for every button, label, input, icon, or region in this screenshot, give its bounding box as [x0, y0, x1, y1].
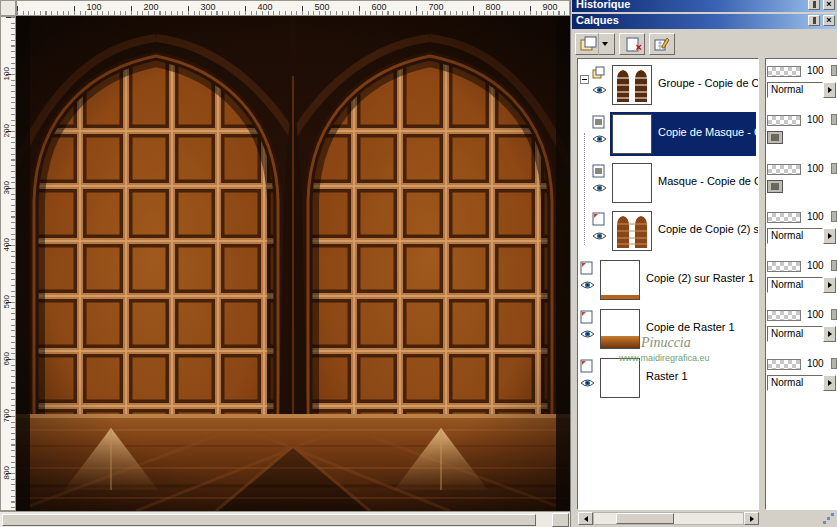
visibility-eye-icon[interactable]	[592, 183, 608, 194]
layer-row[interactable]: Groupe - Copie de Copie	[578, 63, 758, 109]
opacity-blend-column: 100 Normal 100 100 100 No	[765, 58, 837, 510]
blend-mode-field[interactable]: Normal	[767, 277, 823, 293]
ruler-label: 100	[2, 71, 11, 81]
layer-opacity-row: 100 Normal	[766, 307, 837, 353]
layer-thumbnail[interactable]	[600, 309, 640, 349]
ruler-label: 500	[311, 2, 333, 12]
scroll-left-button[interactable]	[578, 512, 593, 525]
blend-dropdown-arrow-icon[interactable]	[823, 326, 836, 342]
link-icon[interactable]	[831, 260, 837, 271]
layer-label: Copie de Masque - G	[658, 126, 759, 138]
link-icon[interactable]	[831, 309, 837, 320]
link-icon[interactable]	[831, 163, 837, 174]
watermark-signature: Pinuccia	[641, 335, 691, 351]
watermark-url: www.maidiregrafica.eu	[619, 353, 710, 363]
layer-thumbnail[interactable]	[600, 358, 640, 398]
link-icon[interactable]	[831, 211, 837, 222]
blend-dropdown-arrow-icon[interactable]	[823, 375, 836, 391]
visibility-eye-icon[interactable]	[580, 280, 596, 291]
layer-row[interactable]: Copie de Copie (2) s	[578, 209, 758, 255]
layer-thumbnail[interactable]	[612, 163, 652, 203]
blend-mode-field[interactable]: Normal	[767, 375, 823, 391]
blend-dropdown-arrow-icon[interactable]	[823, 277, 836, 293]
psp-window: 100 200 300 400 500 600 700 800 900 100 …	[0, 0, 837, 527]
opacity-slider[interactable]	[767, 66, 801, 77]
close-icon[interactable]: ×	[823, 15, 835, 26]
new-layer-button[interactable]	[575, 33, 615, 55]
blend-mode-field[interactable]: Normal	[767, 326, 823, 342]
layer-label: Copie de Copie (2) s	[658, 223, 759, 235]
pin-icon[interactable]	[808, 15, 820, 26]
opacity-slider[interactable]	[767, 261, 801, 272]
layer-row[interactable]: Masque - Copie de C	[578, 161, 758, 207]
ruler-label: 400	[254, 2, 276, 12]
blend-dropdown-arrow-icon[interactable]	[823, 82, 836, 98]
horizontal-ruler: 100 200 300 400 500 600 700 800 900	[16, 0, 570, 16]
layer-thumbnail[interactable]	[612, 211, 652, 251]
historique-title: Historique	[576, 0, 630, 10]
opacity-value: 100	[807, 163, 824, 174]
layer-label: Copie (2) sur Raster 1	[646, 272, 754, 284]
layer-opacity-row: 100 Normal	[766, 63, 837, 109]
historique-palette-titlebar[interactable]: Historique ×	[572, 0, 837, 12]
dropdown-arrow-icon[interactable]	[598, 33, 611, 55]
opacity-slider[interactable]	[767, 115, 801, 126]
layer-label: Raster 1	[646, 370, 688, 382]
blend-mode-field[interactable]: Normal	[767, 82, 823, 98]
edit-layer-button[interactable]	[649, 33, 675, 55]
ruler-label: 200	[2, 128, 11, 138]
layer-mask-icon	[592, 115, 606, 129]
panel-horizontal-scrollbar[interactable]	[572, 510, 837, 527]
ruler-label: 300	[197, 2, 219, 12]
close-icon[interactable]: ×	[823, 0, 835, 10]
gothic-arches-artwork	[16, 16, 570, 511]
layer-row[interactable]: Copie (2) sur Raster 1	[578, 258, 758, 304]
canvas-image[interactable]	[16, 16, 570, 511]
canvas-horizontal-scrollbar[interactable]	[0, 511, 570, 527]
layer-label: Groupe - Copie de Copie	[658, 77, 759, 89]
link-icon[interactable]	[831, 65, 837, 76]
resize-grip[interactable]	[822, 512, 836, 525]
visibility-eye-icon[interactable]	[580, 329, 596, 340]
opacity-slider[interactable]	[767, 359, 801, 370]
opacity-slider[interactable]	[767, 212, 801, 223]
scroll-right-button[interactable]	[744, 512, 759, 525]
scrollbar-corner	[552, 513, 569, 527]
layers-toolbar: ×	[575, 31, 833, 57]
ruler-label: 800	[2, 470, 11, 480]
visibility-eye-icon[interactable]	[592, 134, 608, 145]
scrollbar-thumb[interactable]	[2, 514, 536, 526]
blend-mode-field[interactable]: Normal	[767, 228, 823, 244]
pin-icon[interactable]	[808, 0, 820, 10]
scrollbar-thumb[interactable]	[616, 513, 674, 524]
layer-label: Masque - Copie de C	[658, 175, 759, 187]
layer-thumbnail[interactable]	[600, 260, 640, 300]
ruler-label: 300	[2, 185, 11, 195]
opacity-value: 100	[807, 211, 824, 222]
blend-dropdown-arrow-icon[interactable]	[823, 228, 836, 244]
visibility-eye-icon[interactable]	[592, 231, 608, 242]
ruler-label: 400	[2, 242, 11, 252]
new-layer-icon	[580, 36, 598, 52]
opacity-slider[interactable]	[767, 310, 801, 321]
opacity-value: 100	[807, 65, 824, 76]
delete-layer-button[interactable]: ×	[619, 33, 645, 55]
layer-thumbnail[interactable]	[612, 65, 652, 105]
scrollbar-track[interactable]	[593, 512, 744, 525]
layer-row-selected[interactable]: Copie de Masque - G	[578, 112, 758, 158]
link-icon[interactable]	[831, 358, 837, 369]
visibility-eye-icon[interactable]	[580, 378, 596, 389]
opacity-value: 100	[807, 260, 824, 271]
layer-raster-icon	[580, 359, 594, 373]
calques-palette-titlebar[interactable]: Calques ×	[572, 14, 837, 29]
layer-label: Copie de Raster 1	[646, 321, 735, 333]
visibility-eye-icon[interactable]	[592, 85, 608, 96]
layer-thumbnail[interactable]	[612, 114, 652, 154]
opacity-slider[interactable]	[767, 164, 801, 175]
ruler-label: 800	[482, 2, 504, 12]
link-icon[interactable]	[831, 114, 837, 125]
delete-x-icon: ×	[636, 43, 642, 52]
layer-raster-icon	[592, 212, 606, 226]
ruler-label: 500	[2, 299, 11, 309]
layer-group-icon	[592, 66, 606, 80]
